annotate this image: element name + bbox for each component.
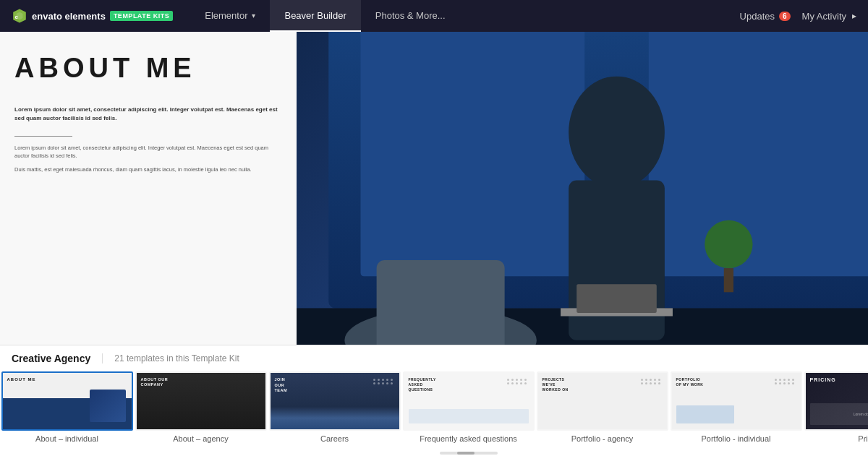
kit-count: 21 templates in this Template Kit (102, 353, 239, 363)
scrollbar-thumb[interactable] (457, 452, 475, 455)
thumb-label-2: About – agency (173, 434, 228, 443)
main-area: ABOUT ME Lorem ipsum dolor sit amet, con… (0, 32, 868, 456)
svg-rect-15 (724, 268, 733, 292)
nav-tab-elementor[interactable]: Elementor ▾ (190, 0, 270, 32)
template-kits-badge: TEMPLATE KITS (110, 11, 173, 21)
thumb-title-careers: JOINOURTEAM (275, 377, 288, 394)
thumbnail-portfolio-agency[interactable]: PROJECTSWE'VEWORKED ON Portfolio - agenc… (535, 371, 669, 443)
logo-text: envato elements (32, 11, 106, 22)
preview-body-text-3: Duis mattis, est eget malesuada rhoncus,… (14, 165, 282, 173)
thumb-label-6: Portfolio - individual (702, 434, 771, 443)
thumb-dots-6 (775, 379, 795, 384)
preview-body-text-2: Lorem ipsum dolor sit amet, consectetur … (14, 144, 282, 160)
activity-button[interactable]: My Activity ▸ (802, 11, 856, 22)
envato-logo-icon: e (12, 8, 27, 24)
thumb-title-about-me: ABOUT ME (7, 377, 36, 382)
nav-tabs: Elementor ▾ Beaver Builder Photos & More… (190, 0, 459, 32)
thumb-wrapper-2: ABOUT OURCOMPANY (135, 371, 267, 431)
logo-area: e envato elements TEMPLATE KITS (12, 8, 173, 24)
thumb-label-5: Portfolio - agency (571, 434, 634, 443)
svg-text:e: e (14, 14, 18, 20)
thumb-wrapper-3: JOINOURTEAM (269, 371, 401, 431)
horizontal-scrollbar[interactable] (440, 452, 498, 455)
thumb-title-faq: FREQUENTLYASKEDQUESTIONS (409, 377, 436, 392)
thumb-wrapper-4: FREQUENTLYASKEDQUESTIONS (403, 371, 535, 431)
photo-background: "Lorem ipsum dolor sit amet, consectetur… (297, 32, 868, 345)
thumb-wrapper-7: PRICING Lorem dolor sit amet (804, 371, 869, 431)
bottom-section: Creative Agency 21 templates in this Tem… (0, 345, 868, 456)
thumb-pricing-text: Lorem dolor sit amet (854, 412, 868, 416)
chevron-right-icon: ▸ (852, 11, 856, 21)
thumb-label-4: Frequently asked questions (420, 434, 517, 443)
svg-point-10 (569, 77, 665, 189)
preview-body-text-1: Lorem ipsum dolor sit amet, consectetur … (14, 106, 282, 123)
thumbnail-portfolio-individual[interactable]: PORTFOLIOOF MY WORK Portfolio - individu… (669, 371, 803, 443)
thumb-label-3: Careers (320, 434, 349, 443)
preview-divider (14, 136, 72, 137)
kit-info: Creative Agency 21 templates in this Tem… (0, 345, 868, 371)
preview-right: "Lorem ipsum dolor sit amet, consectetur… (297, 32, 868, 345)
thumb-dots-5 (641, 379, 661, 384)
thumbnails-row: ABOUT ME About – individual ABOUT OURCOM… (0, 371, 868, 449)
about-me-title: ABOUT ME (14, 53, 282, 84)
updates-button[interactable]: Updates 6 (740, 11, 791, 22)
thumbnail-pricing[interactable]: PRICING Lorem dolor sit amet Prici… (803, 371, 868, 443)
preview-area: ABOUT ME Lorem ipsum dolor sit amet, con… (0, 32, 868, 345)
thumb-title-about-agency: ABOUT OURCOMPANY (141, 377, 169, 387)
thumbnail-about-agency[interactable]: ABOUT OURCOMPANY About – agency (134, 371, 268, 443)
svg-rect-9 (377, 260, 505, 345)
svg-rect-13 (576, 284, 657, 313)
header-right: Updates 6 My Activity ▸ (740, 11, 856, 22)
left-column: ABOUT ME Lorem ipsum dolor sit amet, con… (0, 32, 868, 456)
preview-left: ABOUT ME Lorem ipsum dolor sit amet, con… (0, 32, 297, 345)
thumb-wrapper-1: ABOUT ME (1, 371, 133, 431)
preview-photo-svg: "Lorem ipsum dolor sit amet, consectetur… (297, 32, 868, 345)
svg-rect-6 (649, 32, 868, 276)
nav-tab-photos[interactable]: Photos & More... (361, 0, 460, 32)
thumb-label-1: About – individual (35, 434, 98, 443)
thumb-title-portfolio-agency: PROJECTSWE'VEWORKED ON (542, 377, 569, 392)
kit-name: Creative Agency (12, 353, 90, 364)
thumbnail-faq[interactable]: FREQUENTLYASKEDQUESTIONS Frequently aske… (401, 371, 535, 443)
thumb-title-portfolio-individual: PORTFOLIOOF MY WORK (676, 377, 704, 387)
thumb-label-7: Prici… (858, 434, 868, 443)
preview-content: ABOUT ME Lorem ipsum dolor sit amet, con… (0, 32, 868, 345)
thumb-dots-4 (507, 379, 527, 384)
thumb-wrapper-5: PROJECTSWE'VEWORKED ON (537, 371, 668, 431)
header: e envato elements TEMPLATE KITS Elemento… (0, 0, 868, 32)
updates-count-badge: 6 (779, 12, 791, 21)
thumbnail-about-individual[interactable]: ABOUT ME About – individual (0, 371, 134, 443)
chevron-down-icon: ▾ (252, 12, 255, 20)
thumb-wrapper-6: PORTFOLIOOF MY WORK (671, 371, 802, 431)
scrollbar-area[interactable] (0, 449, 868, 456)
nav-tab-beaver[interactable]: Beaver Builder (270, 0, 360, 32)
svg-point-14 (705, 220, 752, 268)
thumb-title-pricing: PRICING (810, 377, 836, 382)
svg-rect-5 (361, 32, 585, 276)
thumbnail-careers[interactable]: JOINOURTEAM Careers (268, 371, 401, 443)
thumb-dots-3 (373, 379, 393, 384)
